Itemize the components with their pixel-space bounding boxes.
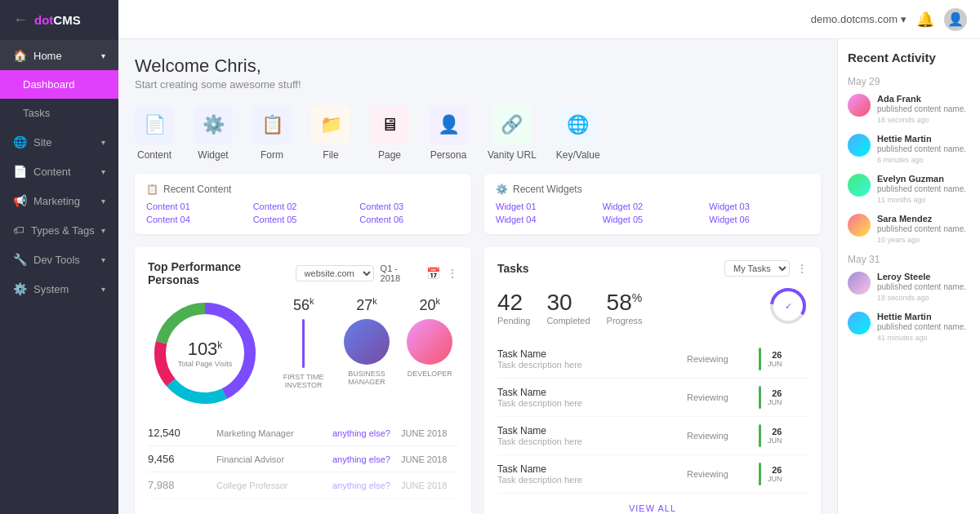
keyvalue-quicklink-label: Key/Value [556,149,600,161]
activity-item: Evelyn Guzman published content name. 11… [848,174,970,204]
avatar-icon: 👤 [947,11,964,27]
completed-value: 30 [546,290,590,316]
tasks-filter[interactable]: My Tasks [724,260,790,277]
sidebar-item-home[interactable]: 🏠 Home ▾ [0,41,118,70]
persona-extra[interactable]: anything else? [332,454,398,464]
sidebar-item-dev-tools[interactable]: 🔧 Dev Tools ▾ [0,245,118,274]
form-quicklink-label: Form [261,149,283,161]
recent-row: 📋 Recent Content Content 01 Content 02 C… [135,174,821,234]
website-filter[interactable]: website.com [296,265,374,281]
devtools-icon: 🔧 [13,253,27,266]
persona-num: 9,456 [148,453,213,465]
activity-avatar [848,94,871,117]
pending-value: 42 [497,290,530,316]
persona-extra[interactable]: anything else? [332,481,398,490]
page-quicklink-icon: 🖥 [370,105,409,144]
vanity-quicklink-label: Vanity URL [488,149,537,161]
task-item: Task Name Task description here Reviewin… [497,417,808,455]
activity-name: Hettie Martin [877,134,970,144]
progress-circle: ✓ [768,286,808,329]
quicklink-persona[interactable]: 👤 Persona [429,105,468,161]
sidebar-label-types: Types & Tags [31,224,95,237]
sidebar: ← dotCMS 🏠 Home ▾ Dashboard Tasks 🌐 Site… [0,0,118,514]
notifications-icon[interactable]: 🔔 [916,11,934,29]
user-avatar[interactable]: 👤 [944,8,967,31]
chevron-icon: ▾ [101,226,105,235]
recent-widget-item[interactable]: Widget 02 [603,202,703,211]
persona-date: JUNE 2018 [401,454,458,464]
tasks-panel-header: Tasks My Tasks ⋮ [497,260,808,277]
keyvalue-quicklink-icon: 🌐 [559,105,598,144]
progress-svg: ✓ [768,286,808,326]
quicklink-widget[interactable]: ⚙️ Widget [194,105,233,161]
activity-name: Ada Frank [877,94,970,104]
tasks-panel: Tasks My Tasks ⋮ 42 Pending [484,247,821,514]
recent-widget-item[interactable]: Widget 06 [709,215,809,224]
recent-widget-item[interactable]: Widget 04 [496,215,596,224]
task-name: Task Name [497,463,680,475]
activity-date-may31: May 31 [848,254,970,265]
calendar-icon[interactable]: 📅 [426,267,440,280]
task-date-wrap: 26 JUN [759,386,808,409]
domain-chevron-icon: ▾ [901,13,906,25]
persona-type: College Professor [216,481,329,490]
recent-widget-item[interactable]: Widget 01 [496,202,596,211]
task-stat-progress: 58% Progress [607,290,643,326]
quicklink-form[interactable]: 📋 Form [252,105,292,161]
task-desc: Task description here [497,398,680,408]
recent-widget-item[interactable]: Widget 05 [603,215,703,224]
sidebar-item-marketing[interactable]: 📢 Marketing ▾ [0,186,118,215]
persona-extra[interactable]: anything else? [332,428,398,438]
task-date: 26 JUN [768,465,782,483]
sidebar-item-system[interactable]: ⚙️ System ▾ [0,274,118,304]
recent-widgets-grid: Widget 01 Widget 02 Widget 03 Widget 04 … [496,202,809,224]
task-date: 26 JUN [768,427,782,445]
manager-label: Business Manager [338,370,394,386]
chevron-icon: ▾ [101,285,105,294]
activity-item: Hettie Martin published content name. 41… [848,312,970,342]
recent-content-item[interactable]: Content 03 [359,202,460,211]
home-icon: 🏠 [13,49,27,62]
content-quicklink-icon: 📄 [135,105,174,144]
activity-title: Recent Activity [848,51,970,64]
quicklink-key-value[interactable]: 🌐 Key/Value [556,105,600,161]
view-all-button[interactable]: VIEW ALL [497,503,808,513]
sidebar-item-tasks[interactable]: Tasks [0,99,118,127]
recent-content-item[interactable]: Content 06 [359,215,460,224]
sidebar-label-content: Content [33,166,71,178]
sidebar-item-types-tags[interactable]: 🏷 Types & Tags ▾ [0,215,118,245]
sidebar-item-site[interactable]: 🌐 Site ▾ [0,127,118,157]
domain-selector[interactable]: demo.dotcms.com ▾ [811,13,906,25]
recent-content-item[interactable]: Content 04 [146,215,247,224]
task-name: Task Name [497,348,680,360]
sidebar-item-dashboard[interactable]: Dashboard [0,70,118,99]
persona-num: 7,988 [148,479,213,491]
persona-developer-value: 20k [402,296,458,314]
quicklink-page[interactable]: 🖥 Page [370,105,409,161]
task-desc: Task description here [497,360,680,370]
persona-num: 12,540 [148,427,213,439]
recent-widgets-card: ⚙️ Recent Widgets Widget 01 Widget 02 Wi… [484,174,821,234]
quicklink-file[interactable]: 📁 File [311,105,350,161]
sidebar-label-home: Home [33,50,62,62]
chevron-icon: ▾ [101,255,105,264]
content-quicklink-label: Content [137,149,172,161]
sidebar-item-content[interactable]: 📄 Content ▾ [0,157,118,186]
quicklink-content[interactable]: 📄 Content [135,105,174,161]
persona-type: Marketing Manager [216,428,329,438]
persona-table: 12,540 Marketing Manager anything else? … [148,420,458,498]
recent-widget-item[interactable]: Widget 03 [709,202,809,211]
recent-content-item[interactable]: Content 01 [146,202,247,211]
recent-content-title: 📋 Recent Content [146,184,460,195]
recent-content-item[interactable]: Content 02 [253,202,354,211]
task-date-bar [759,463,761,485]
task-stat-pending: 42 Pending [497,290,530,326]
recent-content-item[interactable]: Content 05 [253,215,354,224]
more-icon[interactable]: ⋮ [447,267,458,280]
personas-panel-title: Top Performance Personas [148,260,296,286]
quicklink-vanity-url[interactable]: 🔗 Vanity URL [488,105,537,161]
main-area: demo.dotcms.com ▾ 🔔 👤 Welcome Chris, Sta… [118,0,980,514]
task-item: Task Name Task description here Reviewin… [497,379,808,417]
back-icon[interactable]: ← [13,11,28,29]
tasks-more-icon[interactable]: ⋮ [796,262,808,275]
